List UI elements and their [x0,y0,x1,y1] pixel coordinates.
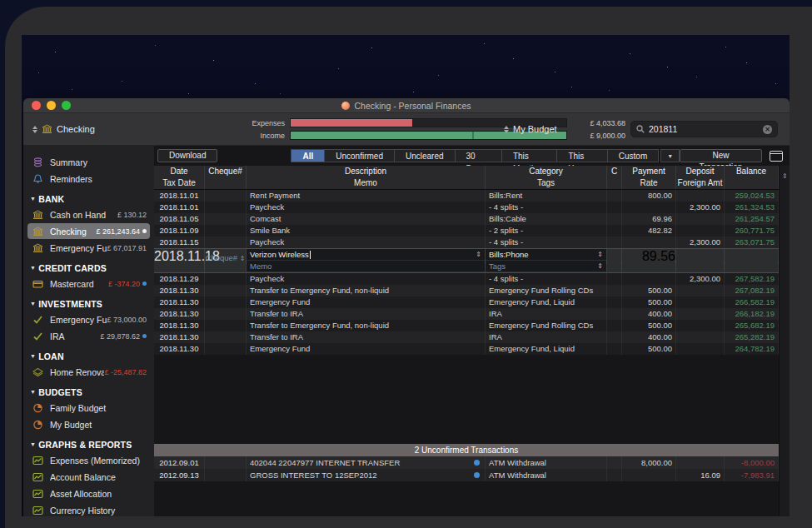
bank-icon [42,124,52,134]
transaction-row[interactable]: 2018.11.30Transfer to IRAIRA400.00266,18… [154,308,779,320]
tab-this-month[interactable]: This Month [502,149,558,162]
cell-category: IRA [486,308,607,320]
sidebar-item-summary[interactable]: Summary [27,154,150,170]
cell-cleared [607,343,622,355]
custom-range-dropdown-icon[interactable]: ▼ [660,149,680,162]
sidebar-item-currency-history[interactable]: Currency History [27,502,150,516]
transaction-row[interactable]: 2018.11.09Smile Bank- 2 splits -482.8226… [154,225,779,237]
clear-search-icon[interactable]: ✕ [763,125,772,134]
column-header-balance[interactable] [725,177,779,189]
account-selector[interactable]: Checking [28,124,195,134]
sidebar-item-emergency-fu[interactable]: Emergency Fu...£ 67,017.91 [27,240,150,256]
cell-payment [622,469,676,481]
search-field[interactable]: 201811 ✕ [630,121,778,137]
sidebar-item-cash-on-hand[interactable]: Cash on Hand£ 130.12 [27,207,150,222]
sidebar-section-bank[interactable]: ▼BANK [30,192,154,206]
edit-tags-input[interactable]: Tags⇕ [486,261,607,272]
column-header-balance[interactable]: Balance [725,166,779,177]
new-transaction-button[interactable]: New Transaction [680,149,762,162]
cell-cheque [205,190,247,202]
sidebar-section-loan[interactable]: ▼LOAN [30,349,154,363]
card-icon [32,279,43,289]
pie-icon [32,403,43,413]
column-header-foreign-amt[interactable]: Foreign Amt [676,177,725,189]
column-header-cheque-[interactable]: Cheque# [205,166,247,177]
column-header-description[interactable]: Description [247,166,486,177]
cell-balance: 264,782.19 [725,343,779,355]
sidebar-item-emergency-fu[interactable]: Emergency Fu...£ 73,000.00 [27,311,150,327]
sidebar-item-my-budget[interactable]: My Budget [27,416,150,432]
edit-date2-cell [154,261,205,272]
cell-description: Transfer to Emergency Fund, non-liquid [247,285,486,296]
column-options-icon[interactable]: ⇕ [782,172,788,180]
account-balance: £ -25,487.82 [104,368,147,376]
download-button[interactable]: Download [157,149,217,162]
edit-cheque2-cell [205,261,247,272]
cell-deposit: 16.09 [676,469,725,481]
sidebar-section-investments[interactable]: ▼INVESTMENTS [30,296,154,311]
cell-payment [622,273,676,285]
column-header-c[interactable]: C [607,166,622,177]
empty-register-area [154,355,779,444]
tab-all[interactable]: All [291,149,325,162]
sidebar-item-home-renova[interactable]: Home Renova...£ -25,487.82 [27,364,150,380]
sidebar-item-asset-allocation[interactable]: Asset Allocation [27,486,150,501]
transaction-row[interactable]: 2018.11.05ComcastBills:Cable69.96261,254… [154,213,779,225]
sidebar-item-ira[interactable]: IRA£ 29,878.62 [27,328,150,344]
transaction-row[interactable]: 2018.11.15Paycheck- 4 splits -2,300.0026… [154,237,779,248]
sidebar: SummaryReminders▼BANKCash on Hand£ 130.1… [23,146,154,516]
sidebar-item-family-budget[interactable]: Family Budget [27,400,150,416]
vertical-scrollbar[interactable]: ⇕ [779,166,790,516]
column-header-payment[interactable]: Payment [622,166,676,177]
sidebar-item-mastercard[interactable]: Mastercard£ -374.20 [27,276,150,291]
edit-memo-input[interactable]: Memo [247,261,486,272]
transaction-row[interactable]: 2018.11.30Emergency FundEmergency Fund, … [154,296,779,308]
transaction-row[interactable]: 2012.09.13GROSS INTEREST TO 12SEP2012ATM… [154,469,779,481]
transaction-row[interactable]: 2018.11.30Transfer to IRAIRA400.00265,28… [154,331,779,343]
title-bar[interactable]: Checking - Personal Finances [23,98,790,113]
column-header-deposit[interactable]: Deposit [676,166,725,177]
sidebar-item-reminders[interactable]: Reminders [27,171,150,187]
unconfirmed-banner[interactable]: 2 Unconfirmed Transactions [154,444,779,456]
cell-deposit: 2,300.00 [676,273,725,285]
cell-payment: 69.96 [622,213,676,225]
sidebar-section-credit-cards[interactable]: ▼CREDIT CARDS [30,261,154,275]
sidebar-item-expenses-memorized[interactable]: Expenses (Memorized) [27,452,150,468]
column-header-c[interactable] [607,177,622,189]
table-header[interactable]: DateCheque#DescriptionCategoryCPaymentDe… [154,166,779,190]
budget-selector[interactable]: My Budget [500,124,557,134]
tab-30-days[interactable]: 30 Days [456,149,502,162]
transaction-row[interactable]: 2018.11.30Transfer to Emergency Fund, no… [154,320,779,331]
toggle-panel-icon[interactable] [770,151,783,162]
cell-date: 2018.11.15 [154,237,205,248]
transaction-row[interactable]: 2018.11.30Transfer to Emergency Fund, no… [154,285,779,296]
tab-uncleared[interactable]: Uncleared [395,149,456,162]
column-header-category[interactable]: Category [486,166,607,177]
sidebar-item-account-balance[interactable]: Account Balance [27,469,150,485]
cell-payment [622,237,676,248]
column-header-memo[interactable]: Memo [247,177,486,189]
account-balance: £ 130.12 [117,211,147,219]
column-header-date[interactable]: Date [154,166,205,177]
search-input-value[interactable]: 201811 [649,124,763,134]
tab-unconfirmed[interactable]: Unconfirmed [325,149,395,162]
column-header-tax-date[interactable]: Tax Date [154,177,205,189]
cell-description: Paycheck [247,273,486,285]
column-header-rate[interactable]: Rate [622,177,676,189]
transaction-row[interactable]: 2018.11.29Paycheck- 4 splits -2,300.0026… [154,273,779,285]
cell-deposit [676,320,725,331]
tab-custom[interactable]: Custom [608,149,659,162]
cell-description: Emergency Fund [247,343,486,355]
transaction-row[interactable]: 2018.11.30Emergency FundEmergency Fund, … [154,343,779,355]
transaction-row[interactable]: 2018.11.01Paycheck- 4 splits -2,300.0026… [154,202,779,213]
column-header-tags[interactable]: Tags [486,177,607,189]
editing-transaction-row[interactable]: 2018.11.18Cheque# ⇕Verizon Wireless⇕Bill… [154,248,779,273]
transaction-row[interactable]: 2018.11.01Rent PaymentBills:Rent800.0025… [154,190,779,202]
sidebar-section-graphs-reports[interactable]: ▼GRAPHS & REPORTS [30,437,154,451]
column-header-cheque-[interactable] [205,177,247,189]
tab-this-year[interactable]: This Year [557,149,607,162]
sidebar-item-checking[interactable]: Checking£ 261,243.64 [27,223,150,239]
sidebar-section-budgets[interactable]: ▼BUDGETS [30,385,154,399]
transaction-row[interactable]: 2012.09.01402044 22047977 INTERNET TRANS… [154,456,779,469]
cell-balance: 266,182.19 [725,308,779,320]
